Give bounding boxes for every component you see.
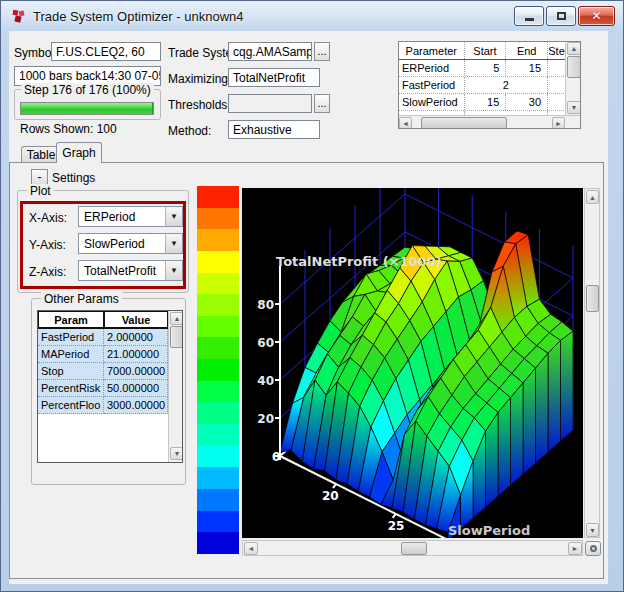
thresholds-label: Thresholds: [168,98,231,112]
plot-hscrollbar[interactable]: ◄ ► [242,540,583,556]
param-grid-header[interactable]: Parameter [399,42,465,59]
thresholds-field [228,94,312,113]
scroll-down-icon[interactable]: ▼ [170,447,183,460]
method-field[interactable]: Exhaustive [228,120,320,139]
svg-text:20: 20 [257,412,274,426]
scroll-right-icon[interactable]: ► [552,117,565,129]
collapse-settings-button[interactable]: - [31,169,48,185]
z-axis-value: TotalNetProfit [79,264,165,278]
chevron-down-icon[interactable]: ▼ [165,234,182,253]
app-icon [11,8,27,24]
colorbar-segment [197,467,239,489]
chevron-down-icon[interactable]: ▼ [165,261,182,280]
svg-text:40: 40 [257,374,274,388]
scroll-up-icon[interactable]: ▲ [567,42,581,55]
maximizing-field[interactable]: TotalNetProfit [228,68,320,87]
tab-graph[interactable]: Graph [56,142,102,163]
colorbar-segment [197,337,239,359]
other-params-vscrollbar[interactable]: ▲ ▼ [168,311,183,462]
scroll-up-icon[interactable]: ▲ [586,190,599,204]
param-grid-vthumb[interactable] [567,56,581,78]
colorbar-segment [197,273,239,295]
param-grid-vscrollbar[interactable]: ▲ ▼ [565,42,581,115]
scroll-up-icon[interactable]: ▲ [170,312,183,325]
scroll-left-icon[interactable]: ◄ [244,542,258,555]
maximizing-label: Maximizing: [168,72,231,86]
method-label: Method: [168,124,211,138]
colorbar-segment [197,381,239,403]
colorbar-segment [197,424,239,446]
progress-fill [21,103,153,114]
param-grid-row[interactable]: ERPeriod515 [399,60,566,77]
surface-plot[interactable]: 20256020406080TotalNetProfit (×1000)Slow… [242,188,583,538]
symbol-field[interactable]: F.US.CLEQ2, 60 [51,42,161,61]
trade-system-field[interactable]: cqg.AMASamp [228,42,312,61]
maximize-button[interactable] [546,6,576,26]
trade-system-browse-button[interactable]: ... [314,42,330,61]
chevron-down-icon[interactable]: ▼ [165,207,182,226]
progress-bar [20,102,154,115]
param-grid-header[interactable]: Ste [548,42,566,59]
settings-label: Settings [52,171,95,185]
window-title: Trade System Optimizer - unknown4 [33,9,243,24]
scroll-down-icon[interactable]: ▼ [567,101,581,114]
plot-hthumb[interactable] [401,542,427,555]
colorbar-segment [197,489,239,511]
minimize-button[interactable] [514,6,544,26]
x-axis-label: X-Axis: [29,211,67,225]
y-axis-select[interactable]: SlowPeriod ▼ [78,233,183,254]
plot-group-label: Plot [27,184,54,198]
other-params-vthumb[interactable] [170,326,183,348]
svg-text:60: 60 [257,336,274,350]
scroll-left-icon[interactable]: ◄ [399,117,412,129]
param-grid-row[interactable]: FastPeriod2 [399,77,566,94]
colorbar-segment [197,208,239,230]
colorbar-segment [197,229,239,251]
close-button[interactable]: ✕ [578,6,615,26]
scroll-down-icon[interactable]: ▼ [586,523,599,537]
y-axis-label: Y-Axis: [29,238,66,252]
scroll-right-icon[interactable]: ► [568,542,582,555]
x-axis-value: ERPeriod [79,210,165,224]
svg-text:TotalNetProfit (×1000): TotalNetProfit (×1000) [276,254,442,269]
other-params-header[interactable]: Param [38,311,104,329]
reset-view-button[interactable] [585,541,601,556]
thresholds-browse-button[interactable]: ... [314,94,330,113]
colorbar-segment [197,316,239,338]
param-grid-table[interactable]: ParameterStartEndSteERPeriod515FastPerio… [399,42,566,115]
colorbar [197,186,239,554]
x-axis-select[interactable]: ERPeriod ▼ [78,206,183,227]
param-grid-hscrollbar[interactable]: ◄ ► [399,115,581,129]
svg-text:SlowPeriod: SlowPeriod [448,523,530,538]
other-params-header[interactable]: Value [104,311,168,329]
other-params-rows[interactable]: ParamValueFastPeriod2.000000MAPeriod21.0… [38,311,168,414]
other-params-row[interactable]: MAPeriod21.000000 [38,346,168,363]
colorbar-segment [197,359,239,381]
rows-shown-text: Rows Shown: 100 [20,122,117,136]
surface-plot-canvas[interactable]: 20256020406080TotalNetProfit (×1000)Slow… [242,188,583,538]
svg-text:20: 20 [322,489,339,503]
param-grid-header[interactable]: End [506,42,548,59]
colorbar-segment [197,402,239,424]
other-params-row[interactable]: PercentFloo3000.00000 [38,397,168,414]
colorbar-segment [197,511,239,533]
plot-vthumb[interactable] [586,285,599,312]
other-params-group-label: Other Params [41,292,122,306]
other-params-row[interactable]: PercentRisk50.000000 [38,380,168,397]
title-bar[interactable]: Trade System Optimizer - unknown4 ✕ [1,1,623,31]
colorbar-segment [197,446,239,468]
param-grid[interactable]: ParameterStartEndSteERPeriod515FastPerio… [398,41,581,129]
param-grid-header[interactable]: Start [465,42,507,59]
tab-table[interactable]: Table [21,146,61,162]
circle-icon [590,545,597,552]
plot-vscrollbar[interactable]: ▲ ▼ [584,188,600,538]
other-params-row[interactable]: FastPeriod2.000000 [38,329,168,346]
param-grid-row[interactable]: SlowPeriod1530 [399,94,566,111]
z-axis-select[interactable]: TotalNetProfit ▼ [78,260,183,281]
other-params-row[interactable]: Stop7000.00000 [38,363,168,380]
other-params-table[interactable]: ParamValueFastPeriod2.000000MAPeriod21.0… [37,310,183,463]
progress-group-label: Step 176 of 176 (100%) [21,83,154,97]
maximize-icon [557,12,566,20]
param-grid-hthumb[interactable] [421,117,507,129]
app-window: Trade System Optimizer - unknown4 ✕ Symb… [0,0,624,592]
